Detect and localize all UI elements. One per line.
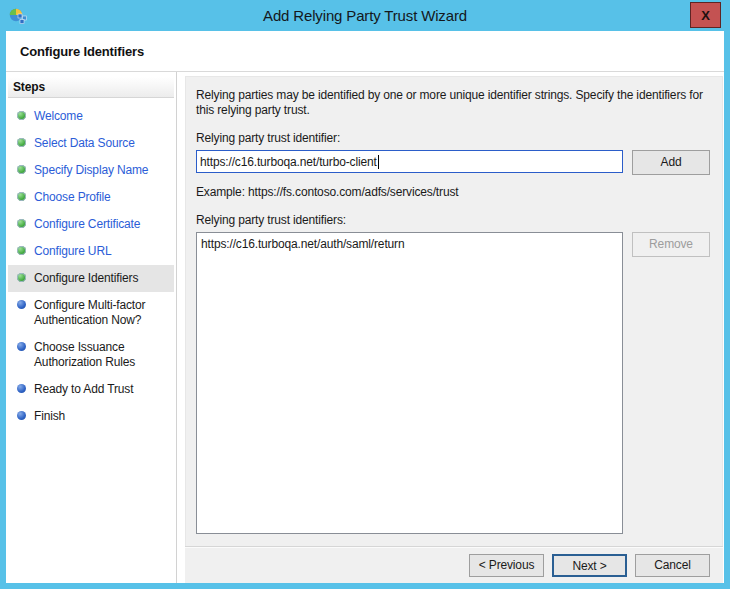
step-completed-dot-icon — [17, 192, 26, 201]
step-choose-profile: Choose Profile — [8, 184, 174, 211]
identifiers-listbox[interactable]: https://c16.turboqa.net/auth/saml/return — [196, 232, 623, 534]
page-description: Relying parties may be identified by one… — [196, 88, 710, 118]
content-panel: Relying parties may be identified by one… — [185, 76, 723, 546]
wizard-dialog: Configure Identifiers Steps Welcome Sele… — [6, 31, 724, 583]
add-button[interactable]: Add — [632, 150, 710, 175]
step-completed-dot-icon — [17, 246, 26, 255]
identifiers-list-label: Relying party trust identifiers: — [196, 213, 710, 227]
step-completed-dot-icon — [17, 138, 26, 147]
wizard-window: Add Relying Party Trust Wizard X Configu… — [0, 0, 730, 589]
titlebar[interactable]: Add Relying Party Trust Wizard X — [0, 0, 730, 31]
identifier-list-item[interactable]: https://c16.turboqa.net/auth/saml/return — [201, 236, 618, 252]
step-ready-to-add-trust: Ready to Add Trust — [8, 376, 174, 403]
step-welcome: Welcome — [8, 103, 174, 130]
identifier-input[interactable]: https://c16.turboqa.net/turbo-client — [196, 150, 623, 173]
dialog-header: Configure Identifiers — [6, 31, 724, 72]
button-footer: < Previous Next > Cancel — [185, 546, 723, 583]
step-configure-identifiers: Configure Identifiers — [8, 265, 174, 292]
dialog-content: Steps Welcome Select Data Source Specify… — [6, 72, 724, 583]
step-configure-certificate: Configure Certificate — [8, 211, 174, 238]
cancel-button[interactable]: Cancel — [635, 554, 710, 577]
step-upcoming-dot-icon — [17, 300, 26, 309]
step-upcoming-dot-icon — [17, 342, 26, 351]
main-column: Relying parties may be identified by one… — [185, 76, 723, 583]
text-caret — [378, 155, 379, 169]
page-title: Configure Identifiers — [20, 44, 144, 59]
identifier-input-row: https://c16.turboqa.net/turbo-client Add — [196, 150, 710, 175]
steps-header: Steps — [8, 77, 174, 98]
step-completed-dot-icon — [17, 165, 26, 174]
steps-list: Welcome Select Data Source Specify Displ… — [8, 103, 174, 430]
identifiers-list-row: https://c16.turboqa.net/auth/saml/return… — [196, 232, 710, 534]
step-specify-display-name: Specify Display Name — [8, 157, 174, 184]
adfs-wizard-icon — [9, 7, 27, 25]
step-completed-dot-icon — [17, 111, 26, 120]
example-text: Example: https://fs.contoso.com/adfs/ser… — [196, 185, 710, 199]
step-upcoming-dot-icon — [17, 384, 26, 393]
steps-sidebar: Steps Welcome Select Data Source Specify… — [6, 72, 177, 583]
step-completed-dot-icon — [17, 219, 26, 228]
step-select-data-source: Select Data Source — [8, 130, 174, 157]
step-current-dot-icon — [17, 273, 26, 282]
previous-button[interactable]: < Previous — [469, 554, 544, 577]
step-upcoming-dot-icon — [17, 411, 26, 420]
step-configure-mfa: Configure Multi-factor Authentication No… — [8, 292, 174, 334]
step-choose-issuance-rules: Choose Issuance Authorization Rules — [8, 334, 174, 376]
identifier-input-value: https://c16.turboqa.net/turbo-client — [200, 155, 377, 169]
identifier-field-label: Relying party trust identifier: — [196, 131, 710, 145]
window-title: Add Relying Party Trust Wizard — [0, 7, 730, 24]
next-button[interactable]: Next > — [552, 554, 627, 577]
step-configure-url: Configure URL — [8, 238, 174, 265]
close-icon[interactable]: X — [690, 2, 721, 28]
step-finish: Finish — [8, 403, 174, 430]
remove-button[interactable]: Remove — [632, 232, 710, 257]
